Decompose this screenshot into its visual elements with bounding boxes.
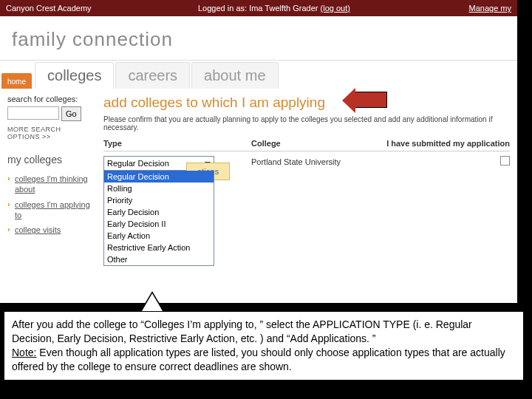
type-option[interactable]: Priority xyxy=(104,194,214,206)
search-label: search for colleges: xyxy=(7,95,92,103)
slide-frame: Canyon Crest Academy Logged in as: Ima T… xyxy=(0,0,532,399)
sidebar: search for colleges: Go MORE SEARCH OPTI… xyxy=(0,89,96,242)
logged-in-prefix: Logged in as: xyxy=(198,4,249,13)
table-row: Regular Decision Regular Decision Rollin… xyxy=(103,156,510,171)
login-status: Logged in as: Ima Twelfth Grader (log ou… xyxy=(198,4,469,13)
sidebar-heading: my colleges xyxy=(7,154,92,166)
tab-careers[interactable]: careers xyxy=(115,62,190,89)
sidebar-link-thinking[interactable]: colleges I'm thinking about xyxy=(15,174,88,194)
go-button[interactable]: Go xyxy=(61,106,81,121)
sidebar-link-visits[interactable]: college visits xyxy=(15,225,61,234)
sidebar-item-applying: colleges I'm applying to xyxy=(7,197,92,223)
content-area: search for colleges: Go MORE SEARCH OPTI… xyxy=(0,89,517,242)
school-name: Canyon Crest Academy xyxy=(6,4,198,13)
submitted-checkbox[interactable] xyxy=(500,156,510,166)
caption-line1: After you add the college to “Colleges I… xyxy=(12,318,472,344)
caption-callout: After you add the college to “Colleges I… xyxy=(3,310,525,381)
brand-title: family connection xyxy=(0,28,517,60)
type-option[interactable]: Early Action xyxy=(104,230,214,242)
app-screenshot: Canyon Crest Academy Logged in as: Ima T… xyxy=(0,0,517,303)
type-option[interactable]: Regular Decision xyxy=(104,171,214,183)
tab-about-me[interactable]: about me xyxy=(191,62,278,89)
more-search-link[interactable]: MORE SEARCH OPTIONS >> xyxy=(7,126,92,140)
caption-note-label: Note: xyxy=(12,347,36,358)
brand-row: family connection xyxy=(0,16,517,61)
manage-link[interactable]: Manage my xyxy=(469,4,511,13)
instruction-text: Please confirm that you are actually pla… xyxy=(103,115,510,132)
arrow-icon xyxy=(355,92,387,108)
type-option[interactable]: Early Decision II xyxy=(104,218,214,230)
type-selected: Regular Decision xyxy=(107,159,169,168)
search-input[interactable] xyxy=(7,106,59,120)
tab-home[interactable]: home xyxy=(1,73,32,89)
tab-colleges[interactable]: colleges xyxy=(35,62,114,89)
caption-line2: Even though all application types are li… xyxy=(12,347,505,372)
type-option[interactable]: Other xyxy=(104,253,214,265)
type-option-list: Regular Decision Rolling Priority Early … xyxy=(103,171,214,266)
sidebar-item-thinking: colleges I'm thinking about xyxy=(7,171,92,197)
sidebar-list: colleges I'm thinking about colleges I'm… xyxy=(7,171,92,237)
table-header: Type College I have submitted my applica… xyxy=(103,139,510,151)
col-head-type: Type xyxy=(103,139,251,148)
sidebar-link-applying[interactable]: colleges I'm applying to xyxy=(15,200,90,219)
col-head-submitted: I have submitted my application xyxy=(384,139,510,148)
page-title: add colleges to which I am applying xyxy=(103,95,325,111)
arrow-callout xyxy=(355,92,387,108)
college-name: Portland State University xyxy=(251,156,384,166)
top-bar: Canyon Crest Academy Logged in as: Ima T… xyxy=(0,0,517,16)
sidebar-item-visits: college visits xyxy=(7,222,92,237)
callout-pointer xyxy=(142,293,163,311)
nav-tabs: home colleges careers about me xyxy=(0,61,517,89)
logged-in-user: Ima Twelfth Grader xyxy=(249,4,318,13)
logout-link[interactable]: (log out) xyxy=(321,4,350,13)
type-option[interactable]: Rolling xyxy=(104,183,214,194)
type-option[interactable]: Early Decision xyxy=(104,206,214,218)
main-column: add colleges to which I am applying Plea… xyxy=(96,89,517,242)
type-option[interactable]: Restrictive Early Action xyxy=(104,242,214,253)
col-head-college: College xyxy=(251,139,384,148)
